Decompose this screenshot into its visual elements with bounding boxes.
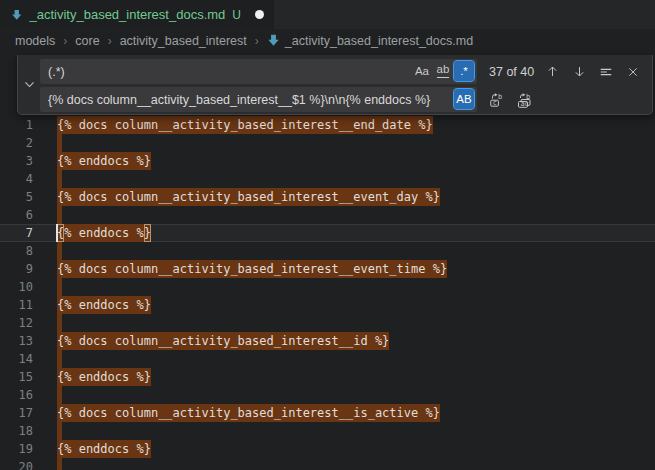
previous-match-button[interactable] — [542, 62, 562, 82]
code-line-14[interactable]: 14 — [0, 350, 655, 368]
bracket-match-open: { — [57, 224, 64, 242]
markdown-icon — [11, 8, 22, 22]
replace-all-icon: b ac — [516, 92, 532, 108]
line-number: 4 — [0, 170, 33, 188]
empty-match-strip — [57, 206, 62, 224]
breadcrumb-file-label: _activity_based_interest_docs.md — [285, 34, 473, 48]
code-line-20[interactable]: 20 — [0, 458, 655, 470]
whole-word-toggle[interactable]: ab — [433, 61, 453, 81]
match-highlight: {% docs column__activity_based_interest_… — [57, 116, 433, 134]
svg-text:ac: ac — [520, 100, 528, 108]
replace-all-button[interactable]: b ac — [514, 90, 534, 110]
empty-match-strip — [57, 134, 62, 152]
line-number: 2 — [0, 134, 33, 152]
code-line-9[interactable]: 9{% docs column__activity_based_interest… — [0, 260, 655, 278]
find-in-selection-button[interactable] — [596, 62, 616, 82]
code-line-4[interactable]: 4 — [0, 170, 655, 188]
breadcrumb-item-folder[interactable]: activity_based_interest — [120, 34, 247, 48]
line-number: 1 — [0, 116, 33, 134]
match-highlight: {% docs column__activity_based_interest_… — [57, 404, 440, 422]
code-area[interactable]: 1{% docs column__activity_based_interest… — [0, 116, 655, 470]
line-content: {% docs column__activity_based_interest_… — [57, 116, 433, 134]
code-line-6[interactable]: 6 — [0, 206, 655, 224]
empty-match-strip — [57, 458, 62, 470]
line-number: 16 — [0, 386, 33, 404]
code-line-12[interactable]: 12 — [0, 314, 655, 332]
modified-indicator-dot[interactable] — [255, 10, 264, 19]
line-content — [57, 422, 62, 440]
line-number: 9 — [0, 260, 33, 278]
empty-match-strip — [57, 170, 62, 188]
line-number: 11 — [0, 296, 33, 314]
breadcrumb-item-models[interactable]: models — [15, 34, 55, 48]
line-number: 13 — [0, 332, 33, 350]
line-content: {% docs column__activity_based_interest_… — [57, 188, 440, 206]
code-line-13[interactable]: 13{% docs column__activity_based_interes… — [0, 332, 655, 350]
line-number: 8 — [0, 242, 33, 260]
line-number: 10 — [0, 278, 33, 296]
breadcrumb: models › core › activity_based_interest … — [0, 29, 655, 52]
match-highlight: % enddocs % — [64, 224, 143, 242]
line-number: 6 — [0, 206, 33, 224]
line-content — [57, 314, 62, 332]
toggle-replace-button[interactable] — [18, 55, 40, 114]
code-line-10[interactable]: 10 — [0, 278, 655, 296]
markdown-icon — [267, 34, 280, 47]
line-content — [57, 242, 62, 260]
close-icon — [627, 66, 639, 78]
code-line-8[interactable]: 8 — [0, 242, 655, 260]
line-number: 5 — [0, 188, 33, 206]
line-content — [57, 386, 62, 404]
preserve-case-toggle[interactable]: AB — [454, 89, 474, 109]
breadcrumb-item-core[interactable]: core — [75, 34, 99, 48]
code-line-7[interactable]: 7{% enddocs %} — [0, 224, 655, 242]
tab-filename: _activity_based_interest_docs.md — [29, 7, 225, 22]
breadcrumb-item-file[interactable]: _activity_based_interest_docs.md — [267, 34, 473, 48]
line-content: {% docs column__activity_based_interest_… — [57, 332, 389, 350]
line-number: 12 — [0, 314, 33, 332]
find-replace-widget: (.*) Aa ab .* 37 of 40 — [17, 55, 653, 115]
match-case-toggle[interactable]: Aa — [412, 61, 432, 81]
line-number: 15 — [0, 368, 33, 386]
line-number: 18 — [0, 422, 33, 440]
text-cursor — [56, 224, 58, 242]
arrow-down-icon — [573, 65, 586, 78]
empty-match-strip — [57, 386, 62, 404]
code-line-1[interactable]: 1{% docs column__activity_based_interest… — [0, 116, 655, 134]
find-input[interactable]: (.*) Aa ab .* — [40, 59, 477, 84]
match-highlight: {% enddocs %} — [57, 440, 151, 458]
match-highlight: {% enddocs %} — [57, 152, 151, 170]
git-status-badge: U — [232, 8, 241, 22]
empty-match-strip — [57, 314, 62, 332]
code-line-5[interactable]: 5{% docs column__activity_based_interest… — [0, 188, 655, 206]
empty-match-strip — [57, 242, 62, 260]
code-line-2[interactable]: 2 — [0, 134, 655, 152]
line-content — [57, 206, 62, 224]
arrow-up-icon — [546, 65, 559, 78]
code-line-19[interactable]: 19{% enddocs %} — [0, 440, 655, 458]
line-content: {% enddocs %} — [57, 368, 151, 386]
code-line-17[interactable]: 17{% docs column__activity_based_interes… — [0, 404, 655, 422]
editor-tab[interactable]: _activity_based_interest_docs.md U — [0, 0, 274, 29]
code-line-11[interactable]: 11{% enddocs %} — [0, 296, 655, 314]
line-content: {% enddocs %} — [57, 152, 151, 170]
line-number: 3 — [0, 152, 33, 170]
line-content — [57, 458, 62, 470]
code-line-16[interactable]: 16 — [0, 386, 655, 404]
editor-pane[interactable]: (.*) Aa ab .* 37 of 40 — [0, 52, 655, 470]
empty-match-strip — [57, 278, 62, 296]
empty-match-strip — [57, 350, 62, 368]
line-content — [57, 278, 62, 296]
match-highlight: {% enddocs %} — [57, 296, 151, 314]
close-find-button[interactable] — [623, 62, 643, 82]
regex-toggle[interactable]: .* — [454, 61, 474, 81]
code-line-18[interactable]: 18 — [0, 422, 655, 440]
code-line-3[interactable]: 3{% enddocs %} — [0, 152, 655, 170]
replace-button[interactable]: b c — [487, 90, 507, 110]
tab-bar: _activity_based_interest_docs.md U — [0, 0, 655, 29]
code-line-15[interactable]: 15{% enddocs %} — [0, 368, 655, 386]
line-content: {% docs column__activity_based_interest_… — [57, 404, 440, 422]
replace-input[interactable]: {% docs column__activity_based_interest_… — [40, 87, 477, 112]
next-match-button[interactable] — [569, 62, 589, 82]
match-highlight: {% docs column__activity_based_interest_… — [57, 260, 447, 278]
